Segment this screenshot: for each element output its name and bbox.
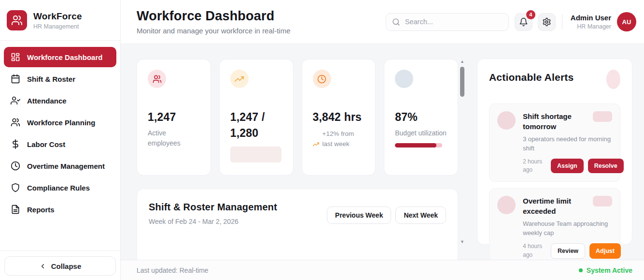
sidebar-item-shift-roster[interactable]: Shift & Roster: [4, 69, 116, 89]
page-subtitle: Monitor and manage your workforce in rea…: [137, 27, 386, 35]
sidebar-item-label: Workforce Dashboard: [27, 53, 102, 61]
sidebar-item-overtime-management[interactable]: Overtime Management: [4, 156, 116, 176]
review-button[interactable]: Review: [551, 243, 585, 259]
search-icon: [392, 18, 400, 26]
brand-header: WorkForce HR Management: [0, 0, 120, 41]
budget-progress-bar: [395, 143, 442, 147]
header-divider: [562, 15, 562, 29]
stat-card-shift-coverage: 1,247 / 1,280: [219, 59, 294, 176]
roster-title: Shift & Roster Management: [149, 202, 277, 213]
alert-card-overtime-limit: Overtime limit exceeded Warehouse Team a…: [489, 188, 620, 260]
stat-card-budget: 87% Budget utilization: [384, 59, 458, 176]
stat-card-hours: 3,842 hrs +12% from last week: [302, 59, 376, 176]
alert-severity-pill: [593, 111, 612, 122]
previous-week-button[interactable]: Previous Week: [327, 206, 391, 224]
stat-placeholder-block: [230, 147, 281, 162]
alerts-badge: [606, 70, 620, 89]
system-status-label: System Active: [587, 266, 632, 274]
top-header: Workforce Dashboard Monitor and manage y…: [121, 0, 644, 44]
alert-avatar: [497, 196, 516, 214]
sidebar-item-label: Attendance: [27, 97, 67, 105]
alert-description: Warehouse Team approaching weekly cap: [523, 220, 612, 238]
alert-avatar: [497, 111, 516, 130]
budget-progress-fill: [395, 143, 436, 147]
sidebar-item-label: Overtime Management: [27, 162, 105, 170]
sidebar-item-label: Workforce Planning: [27, 118, 95, 127]
trend-up-icon: [313, 141, 319, 147]
alert-timestamp: 2 hours ago: [523, 158, 547, 175]
sidebar-item-label: Reports: [27, 206, 55, 214]
stat-value: 1,247 / 1,280: [230, 109, 282, 142]
sidebar-item-reports[interactable]: Reports: [4, 199, 116, 220]
bell-icon: [519, 17, 528, 27]
collapse-label: Collapse: [51, 262, 82, 270]
shift-roster-panel: Shift & Roster Management Week of Feb 24…: [137, 189, 458, 260]
notifications-button[interactable]: 4: [515, 13, 532, 31]
clock-icon: [313, 70, 331, 88]
users-icon: [11, 118, 20, 127]
brand-tagline: HR Management: [33, 23, 82, 30]
user-name: Admin User: [571, 14, 611, 22]
sidebar-nav: Workforce Dashboard Shift & Roster Atten…: [0, 41, 120, 220]
system-status: System Active: [579, 266, 632, 274]
dashboard-grid-icon: [11, 52, 20, 62]
sidebar-item-label: Compliance Rules: [27, 184, 90, 192]
actionable-alerts-panel: Actionable Alerts Shift shortage tomorro…: [477, 59, 632, 245]
trend-up-icon: [230, 70, 249, 88]
sidebar-item-workforce-dashboard[interactable]: Workforce Dashboard: [4, 47, 116, 67]
alert-severity-pill: [593, 196, 612, 206]
alerts-title: Actionable Alerts: [489, 72, 574, 83]
scrollbar-thumb[interactable]: [460, 67, 464, 97]
sidebar-item-label: Shift & Roster: [27, 75, 75, 83]
gear-icon: [542, 17, 551, 27]
avatar[interactable]: AU: [617, 12, 636, 31]
stat-card-active-employees: 1,247 Active employees: [137, 59, 211, 176]
last-updated-text: Last updated: Real-time: [137, 266, 209, 274]
notification-count-badge: 4: [526, 10, 535, 19]
settings-button[interactable]: [538, 13, 556, 31]
stat-value: 87%: [395, 109, 447, 125]
main-content: 1,247 Active employees 1,247 / 1,280 3,8…: [121, 44, 644, 260]
stat-label: Budget utilization: [395, 128, 447, 138]
user-role: HR Manager: [571, 23, 611, 30]
sidebar-item-compliance-rules[interactable]: Compliance Rules: [4, 177, 116, 198]
alert-card-shift-shortage: Shift shortage tomorrow 3 operators need…: [489, 103, 620, 182]
alert-title: Shift shortage tomorrow: [523, 111, 589, 132]
stats-row: 1,247 Active employees 1,247 / 1,280 3,8…: [137, 59, 458, 176]
assign-button[interactable]: Assign: [551, 159, 584, 173]
next-week-button[interactable]: Next Week: [395, 206, 446, 224]
roster-week-range: Week of Feb 24 - Mar 2, 2026: [149, 218, 277, 225]
stat-label: Active employees: [148, 128, 200, 148]
sidebar-footer: Collapse: [0, 251, 120, 280]
scroll-up-arrow-icon[interactable]: ▲: [459, 59, 465, 64]
search-input[interactable]: [405, 18, 492, 26]
brand-logo-users-icon: [7, 10, 27, 30]
sidebar-item-labor-cost[interactable]: Labor Cost: [4, 134, 116, 154]
status-bar: Last updated: Real-time System Active: [121, 260, 644, 280]
sidebar: WorkForce HR Management Workforce Dashbo…: [0, 0, 121, 280]
vertical-scrollbar[interactable]: ▲ ▼: [459, 59, 465, 245]
calendar-icon: [11, 74, 20, 84]
users-icon: [148, 70, 166, 88]
stat-trend: +12% from last week: [322, 129, 365, 149]
user-check-icon: [11, 96, 20, 105]
sidebar-item-attendance[interactable]: Attendance: [4, 90, 116, 111]
collapse-button[interactable]: Collapse: [4, 256, 116, 276]
budget-icon: [395, 70, 413, 88]
brand-name: WorkForce: [33, 11, 82, 22]
document-icon: [11, 205, 20, 214]
adjust-button[interactable]: Adjust: [589, 243, 621, 259]
sidebar-item-label: Labor Cost: [27, 140, 65, 148]
alert-title: Overtime limit exceeded: [523, 196, 589, 216]
alert-timestamp: 4 hours ago: [523, 242, 547, 259]
page-title: Workforce Dashboard: [137, 9, 386, 24]
resolve-button[interactable]: Resolve: [588, 159, 624, 173]
scroll-down-arrow-icon[interactable]: ▼: [459, 239, 465, 245]
chevron-left-icon: [39, 263, 46, 270]
alert-description: 3 operators needed for morning shift: [523, 135, 612, 153]
sidebar-item-workforce-planning[interactable]: Workforce Planning: [4, 112, 116, 133]
shield-icon: [11, 183, 20, 192]
search-box[interactable]: [386, 13, 509, 31]
stat-value: 1,247: [148, 109, 200, 125]
clock-icon: [11, 161, 20, 171]
